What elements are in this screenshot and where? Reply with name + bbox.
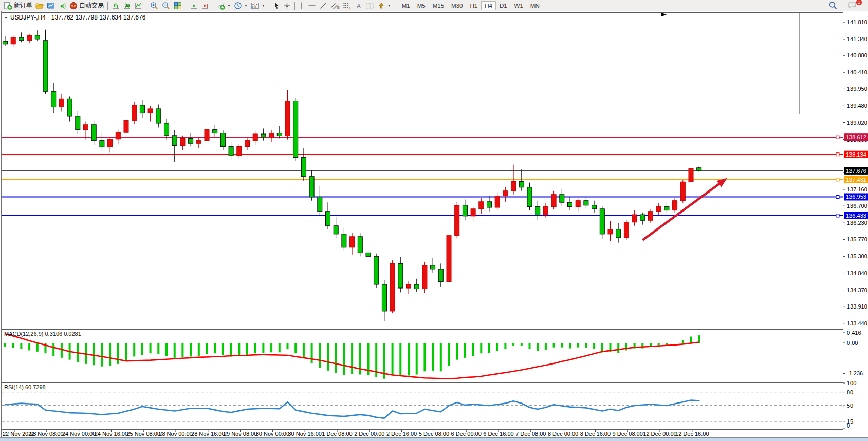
chart-profiles-icon — [35, 2, 44, 10]
templates-icon — [251, 2, 260, 10]
svg-text:12 Dec 16:00: 12 Dec 16:00 — [675, 431, 709, 437]
chart-shift-button[interactable] — [199, 1, 211, 11]
macd-label: MACD(12,26,9) 0.3106 0.0281 — [4, 331, 81, 337]
svg-text:2 Dec 16:00: 2 Dec 16:00 — [386, 431, 417, 437]
vertical-line-button[interactable] — [297, 1, 306, 11]
trendline-icon — [319, 2, 327, 10]
svg-text:134.370: 134.370 — [847, 287, 867, 293]
chart-canvas[interactable]: 141.810141.340140.880140.410139.950139.4… — [0, 0, 868, 441]
candlestick-chart-button[interactable] — [121, 1, 133, 11]
line-chart-icon — [134, 2, 142, 10]
auto-scroll-button[interactable] — [188, 1, 199, 11]
svg-text:136.230: 136.230 — [847, 220, 867, 226]
separator — [146, 2, 146, 10]
time-axis[interactable]: 22 Nov 202223 Nov 08:0024 Nov 00:0024 No… — [3, 430, 709, 437]
vertical-line-icon — [299, 2, 305, 10]
auto-trading-icon — [69, 2, 78, 10]
svg-text:24 Nov 00:00: 24 Nov 00:00 — [62, 431, 96, 437]
signals-icon — [58, 2, 66, 10]
svg-text:30 Nov 00:00: 30 Nov 00:00 — [256, 431, 289, 437]
new-order-icon — [4, 2, 12, 10]
bar-chart-button[interactable] — [110, 1, 121, 11]
svg-text:138.612: 138.612 — [846, 134, 866, 140]
zoom-in-button[interactable] — [149, 1, 160, 11]
svg-text:6 Dec 00:00: 6 Dec 00:00 — [451, 431, 482, 437]
candlestick-chart-icon — [123, 2, 131, 10]
timeframe-M15[interactable]: M15 — [429, 1, 448, 10]
text-button[interactable]: A — [354, 1, 364, 11]
svg-text:133.440: 133.440 — [847, 320, 867, 327]
auto-trading-label: 自动交易 — [79, 1, 104, 10]
indicators-icon — [217, 2, 225, 10]
collapse-triangle-icon[interactable]: ▼ — [4, 16, 8, 20]
equidistant-channel-button[interactable]: E — [329, 1, 341, 11]
svg-text:30 Nov 16:00: 30 Nov 16:00 — [288, 431, 321, 437]
arrows-button[interactable]: ▼ — [376, 1, 393, 11]
svg-text:137.676: 137.676 — [846, 168, 866, 174]
cursor-button[interactable] — [271, 1, 282, 11]
chart-title: ▼ USDJPY-,H4 137.762 137.798 137.634 137… — [4, 14, 145, 21]
timeframe-H4[interactable]: H4 — [481, 1, 496, 10]
new-order-button[interactable]: 新订单 — [2, 1, 34, 11]
line-chart-button[interactable] — [133, 1, 144, 11]
svg-text:24 Nov 16:00: 24 Nov 16:00 — [95, 431, 128, 437]
zoom-out-button[interactable] — [160, 1, 172, 11]
svg-text:1 Dec 08:00: 1 Dec 08:00 — [322, 431, 352, 437]
crosshair-button[interactable] — [282, 1, 292, 11]
market-watch-icon — [47, 2, 55, 10]
periods-button[interactable]: ▼ — [232, 1, 249, 11]
separator — [395, 2, 395, 10]
timeframe-M30[interactable]: M30 — [448, 1, 466, 10]
svg-text:0.416: 0.416 — [847, 330, 861, 336]
notifications-button[interactable]: 1 — [846, 1, 859, 11]
new-order-label: 新订单 — [14, 1, 32, 10]
svg-text:T: T — [368, 3, 371, 8]
fibonacci-button[interactable]: F — [341, 1, 354, 11]
market-watch-button[interactable] — [45, 1, 57, 11]
timeframe-D1[interactable]: D1 — [496, 1, 511, 10]
chart-profiles-button[interactable] — [34, 1, 45, 11]
timeframe-MN[interactable]: MN — [527, 1, 543, 10]
toolbar-right: 1 — [827, 1, 859, 11]
svg-text:140.410: 140.410 — [847, 69, 867, 75]
svg-text:133.910: 133.910 — [847, 303, 867, 310]
timeframe-W1[interactable]: W1 — [511, 1, 527, 10]
chevron-down-icon: ▼ — [244, 4, 248, 7]
templates-button[interactable]: ▼ — [249, 1, 267, 11]
chevron-down-icon: ▼ — [262, 4, 265, 7]
text-label-button[interactable]: T — [364, 1, 376, 11]
svg-text:0: 0 — [847, 423, 850, 429]
rsi-label: RSI(14) 60.7298 — [4, 384, 46, 390]
svg-text:28 Nov 00:00: 28 Nov 00:00 — [159, 431, 192, 437]
notification-badge: 1 — [856, 0, 862, 6]
timeframe-M5[interactable]: M5 — [414, 1, 429, 10]
svg-text:138.134: 138.134 — [846, 151, 866, 158]
svg-text:F: F — [349, 6, 352, 9]
auto-trading-button[interactable]: 自动交易 — [68, 1, 105, 11]
svg-text:141.340: 141.340 — [847, 36, 867, 42]
timeframe-M1[interactable]: M1 — [398, 1, 414, 10]
trendline-button[interactable] — [318, 1, 329, 11]
bar-chart-icon — [112, 2, 120, 10]
svg-text:139.480: 139.480 — [847, 103, 867, 109]
svg-text:134.840: 134.840 — [847, 270, 867, 276]
search-icon — [828, 1, 838, 10]
zoom-in-icon — [150, 2, 159, 10]
clock-icon — [234, 2, 242, 10]
cursor-icon — [273, 2, 280, 10]
timeframe-H1[interactable]: H1 — [466, 1, 481, 10]
svg-text:28 Nov 16:00: 28 Nov 16:00 — [191, 431, 225, 437]
fibonacci-icon: F — [343, 2, 352, 10]
svg-text:8 Dec 00:00: 8 Dec 00:00 — [548, 431, 578, 437]
ohlc-values: 137.762 137.798 137.634 137.676 — [51, 14, 146, 21]
tile-windows-button[interactable] — [172, 1, 183, 11]
svg-text:23 Nov 08:00: 23 Nov 08:00 — [30, 431, 63, 437]
indicators-button[interactable]: ▼ — [215, 1, 232, 11]
svg-text:25 Nov 08:00: 25 Nov 08:00 — [126, 431, 160, 437]
svg-text:-1.236: -1.236 — [847, 370, 863, 376]
separator — [213, 2, 213, 10]
horizontal-line-button[interactable] — [306, 1, 318, 11]
search-button[interactable] — [827, 1, 839, 11]
text-label-icon: T — [365, 2, 374, 10]
signals-button[interactable] — [57, 1, 68, 11]
